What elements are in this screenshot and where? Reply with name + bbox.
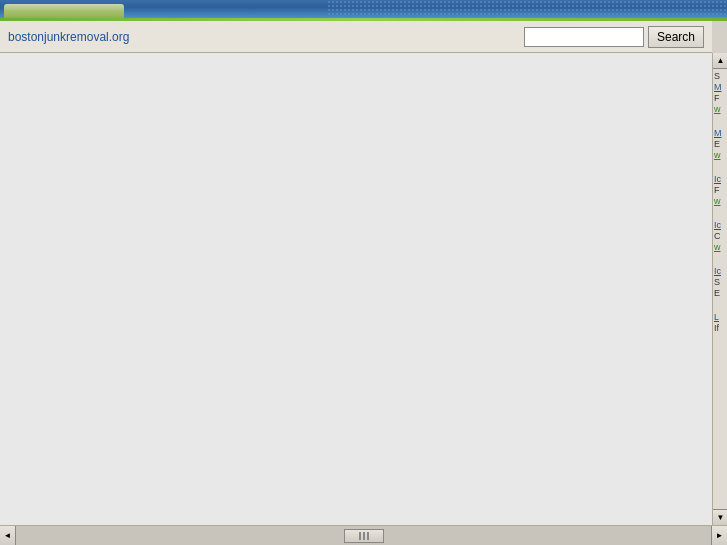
toolbar: bostonjunkremoval.org Search xyxy=(0,21,712,53)
site-url-link[interactable]: bostonjunkremoval.org xyxy=(8,30,129,44)
scroll-up-button[interactable]: ▲ xyxy=(713,53,727,69)
scroll-track xyxy=(16,526,711,546)
sidebar-text: S xyxy=(714,71,726,81)
sidebar-item: Ic F w xyxy=(714,174,726,206)
sidebar-item: L If xyxy=(714,312,726,333)
sidebar-link-green[interactable]: w xyxy=(714,150,726,160)
sidebar-content: S M F w M E w Ic F w Ic C w xyxy=(713,69,727,509)
sidebar-link-green[interactable]: w xyxy=(714,196,726,206)
sidebar-item: M E w xyxy=(714,128,726,160)
content-area xyxy=(0,53,712,525)
sidebar-link-blue[interactable]: M xyxy=(714,82,726,92)
main-layout: ▲ S M F w M E w Ic F w Ic xyxy=(0,53,727,525)
sidebar-link-green[interactable]: w xyxy=(714,242,726,252)
sidebar-item: Ic S E xyxy=(714,266,726,298)
search-button[interactable]: Search xyxy=(648,26,704,48)
sidebar-link-blue[interactable]: L xyxy=(714,312,726,322)
scroll-left-button[interactable]: ◄ xyxy=(0,526,16,546)
scroll-right-button[interactable]: ► xyxy=(711,526,727,546)
sidebar-text: E xyxy=(714,288,726,298)
bottom-scrollbar: ◄ ► xyxy=(0,525,727,545)
search-area: Search xyxy=(524,26,704,48)
sidebar-link-blue[interactable]: Ic xyxy=(714,220,726,230)
sidebar-item: S M F w xyxy=(714,71,726,114)
sidebar-link-blue[interactable]: M xyxy=(714,128,726,138)
sidebar-text: S xyxy=(714,277,726,287)
right-sidebar: ▲ S M F w M E w Ic F w Ic xyxy=(712,53,727,525)
sidebar-text: E xyxy=(714,139,726,149)
scroll-down-button[interactable]: ▼ xyxy=(713,509,727,525)
header-bar xyxy=(0,0,727,18)
sidebar-text: C xyxy=(714,231,726,241)
sidebar-text: If xyxy=(714,323,726,333)
sidebar-link-green[interactable]: w xyxy=(714,104,726,114)
sidebar-item: Ic C w xyxy=(714,220,726,252)
sidebar-link-blue[interactable]: Ic xyxy=(714,174,726,184)
sidebar-link-blue[interactable]: Ic xyxy=(714,266,726,276)
header-dots xyxy=(327,0,727,18)
scroll-thumb[interactable] xyxy=(344,529,384,543)
sidebar-text: F xyxy=(714,185,726,195)
search-input[interactable] xyxy=(524,27,644,47)
sidebar-text: F xyxy=(714,93,726,103)
header-tab xyxy=(4,4,124,18)
